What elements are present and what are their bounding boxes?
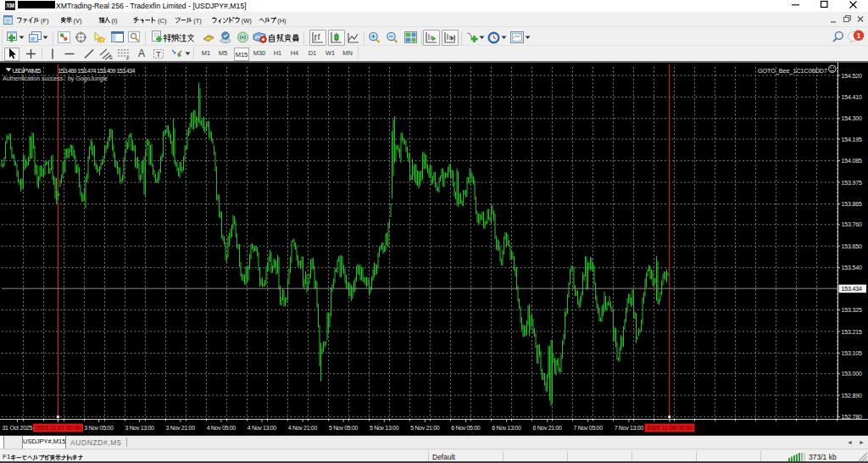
svg-text:6 Nov 13:00: 6 Nov 13:00 — [492, 425, 521, 431]
svg-text:153.325: 153.325 — [842, 307, 863, 313]
svg-text:E: E — [109, 55, 113, 60]
svg-text:153.105: 153.105 — [842, 350, 863, 356]
svg-text:7 Nov 13:00: 7 Nov 13:00 — [615, 425, 644, 431]
svg-text:31 Oct 2025: 31 Oct 2025 — [2, 425, 32, 431]
svg-text:6 Nov 05:00: 6 Nov 05:00 — [451, 425, 481, 431]
svg-text:(H): (H) — [277, 16, 287, 24]
svg-text:Authentication success : by Go: Authentication success : by GogoJungle — [3, 75, 108, 82]
svg-text:153.000: 153.000 — [842, 371, 863, 377]
svg-text:153.215: 153.215 — [842, 329, 863, 335]
svg-text:3 Nov 05:00: 3 Nov 05:00 — [84, 425, 114, 431]
svg-text:(I): (I) — [112, 16, 119, 24]
svg-text:1: 1 — [857, 31, 861, 40]
svg-text:4 Nov 13:00: 4 Nov 13:00 — [248, 425, 277, 431]
svg-text:4 Nov 05:00: 4 Nov 05:00 — [207, 425, 236, 431]
svg-text:7 Nov 05:00: 7 Nov 05:00 — [574, 425, 604, 431]
svg-text:5 Nov 13:00: 5 Nov 13:00 — [370, 425, 399, 431]
svg-text:153.434: 153.434 — [842, 286, 863, 292]
svg-text:2025.11.01 00:00: 2025.11.01 00:00 — [36, 425, 81, 431]
svg-text:A: A — [138, 47, 145, 59]
svg-text:T: T — [156, 49, 161, 59]
svg-text:3 Nov 13:00: 3 Nov 13:00 — [125, 425, 154, 431]
svg-text:(V): (V) — [74, 16, 83, 24]
svg-text:3 Nov 21:00: 3 Nov 21:00 — [166, 425, 196, 431]
svg-text:(W): (W) — [242, 16, 253, 24]
svg-text:154.085: 154.085 — [842, 158, 863, 164]
svg-text:152.890: 152.890 — [842, 393, 863, 399]
svg-text:154.520: 154.520 — [842, 73, 863, 79]
svg-text:5 Nov 21:00: 5 Nov 21:00 — [410, 425, 440, 431]
svg-text:USDJPY#,M15: USDJPY#,M15 — [13, 67, 42, 75]
svg-text:4 Nov 21:00: 4 Nov 21:00 — [288, 425, 318, 431]
svg-text:153.865: 153.865 — [842, 201, 863, 207]
svg-text:(T): (T) — [193, 16, 202, 24]
svg-text:(C): (C) — [158, 16, 167, 24]
svg-text:GOTO_Bee_1C1C06DD7: GOTO_Bee_1C1C06DD7 — [758, 67, 827, 75]
svg-text:6 Nov 21:00: 6 Nov 21:00 — [532, 425, 562, 431]
svg-text:153.760: 153.760 — [842, 221, 863, 227]
svg-text:154.195: 154.195 — [842, 137, 863, 142]
svg-text:(F): (F) — [41, 16, 49, 24]
svg-text:5 Nov 05:00: 5 Nov 05:00 — [329, 425, 359, 431]
svg-text:2025.11.08 00:00: 2025.11.08 00:00 — [647, 425, 693, 431]
svg-text:153.469 153.474 153.409 153.43: 153.469 153.474 153.409 153.434 — [58, 67, 135, 75]
svg-text:153.540: 153.540 — [842, 265, 863, 271]
svg-text:153.975: 153.975 — [842, 180, 863, 186]
svg-text:F: F — [126, 56, 130, 61]
svg-text:152.780: 152.780 — [842, 414, 863, 420]
svg-text:153.650: 153.650 — [842, 243, 863, 249]
svg-text:154.300: 154.300 — [842, 115, 863, 121]
svg-text:154.410: 154.410 — [842, 94, 863, 100]
